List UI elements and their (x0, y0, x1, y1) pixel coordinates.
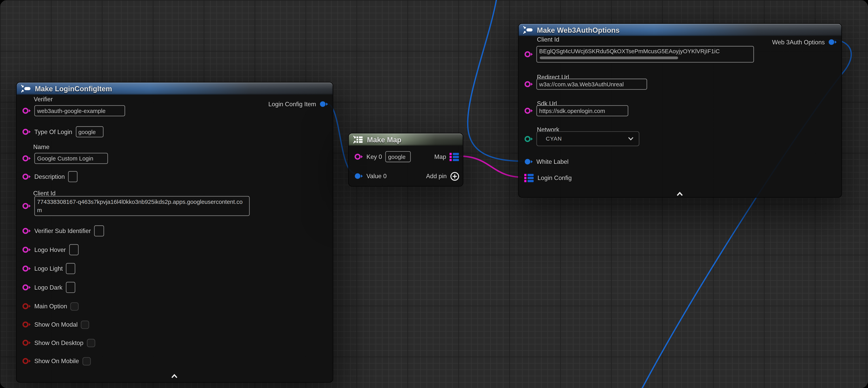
collapse-node-button[interactable] (676, 189, 684, 199)
pin-string-icon[interactable] (22, 128, 31, 135)
logo-dark-input[interactable] (66, 282, 75, 293)
blueprint-canvas[interactable]: Make LoginConfigItem Login Config Item V… (0, 0, 868, 388)
show-on-desktop-checkbox[interactable] (87, 338, 95, 347)
pin-enum-icon[interactable] (524, 136, 533, 142)
description-input[interactable] (68, 171, 78, 182)
pin-output-struct-icon[interactable] (319, 101, 328, 108)
add-pin-label: Add pin (426, 173, 447, 179)
pin-row-logo-dark: Logo Dark (22, 281, 75, 294)
pin-bool-icon[interactable] (22, 339, 31, 346)
node-header-make-web3authoptions[interactable]: Make Web3AuthOptions (519, 24, 841, 36)
client-id-input[interactable]: BEglQSgt4cUWcj6SKRdu5QkOXTsePmMcusG5EAoy… (536, 46, 754, 62)
pin-string-icon[interactable] (22, 228, 31, 234)
wire-offscreen-to-whitelabel[interactable] (468, 0, 523, 161)
network-dropdown[interactable]: CYAN (536, 131, 639, 146)
pin-string-icon[interactable] (22, 265, 31, 272)
node-make-loginconfigitem: Make LoginConfigItem Login Config Item V… (16, 82, 333, 383)
key-0-input[interactable] (385, 151, 411, 162)
pin-row-web3auth-options-output: Web 3Auth Options (772, 36, 837, 48)
pin-label: Verifier Sub Identifier (34, 228, 91, 234)
pin-row-network: CYAN (524, 131, 639, 146)
pin-label: Logo Hover (34, 246, 66, 253)
pin-output-struct-icon[interactable] (828, 39, 837, 46)
pin-label: Logo Light (34, 265, 63, 272)
collapse-node-button[interactable] (170, 371, 178, 381)
type-of-login-input[interactable] (75, 126, 103, 137)
pin-label: Value 0 (366, 173, 387, 179)
pin-label: Web 3Auth Options (772, 39, 825, 46)
pin-string-icon[interactable] (354, 153, 363, 160)
pin-row-type-of-login: Type Of Login (22, 126, 103, 138)
pin-row-show-on-modal: Show On Modal (22, 319, 89, 330)
verifier-input[interactable] (34, 105, 125, 116)
main-option-checkbox[interactable] (70, 302, 79, 310)
node-title: Make Web3AuthOptions (537, 26, 619, 34)
pin-bool-icon[interactable] (22, 321, 31, 328)
pin-label-name: Name (33, 143, 50, 150)
pin-string-icon[interactable] (22, 246, 31, 253)
pin-row-map-output: Map (434, 151, 460, 163)
client-id-scrollbar[interactable] (540, 56, 678, 59)
node-header-make-map[interactable]: Make Map (349, 133, 463, 146)
pin-label: Login Config Item (269, 101, 316, 108)
pin-string-icon[interactable] (22, 155, 31, 162)
pin-label: White Label (536, 158, 569, 165)
make-struct-icon (523, 26, 533, 34)
node-title: Make Map (367, 136, 401, 144)
pin-row-main-option: Main Option (22, 301, 79, 312)
pin-string-icon[interactable] (22, 173, 31, 180)
pin-label: Main Option (34, 303, 67, 309)
verifier-sub-identifier-input[interactable] (94, 225, 104, 236)
pin-label-verifier: Verifier (34, 96, 53, 102)
client-id-input[interactable]: 774338308167-q463s7kpvja16l4l0kko3nb925i… (34, 196, 250, 216)
network-selected-value: CYAN (546, 136, 562, 142)
make-map-icon (352, 136, 363, 143)
pin-label: Show On Desktop (34, 339, 83, 346)
redirect-url-input[interactable] (536, 79, 647, 90)
pin-label: Map (434, 153, 446, 160)
logo-light-input[interactable] (66, 263, 75, 274)
node-make-web3authoptions: Make Web3AuthOptions Web 3Auth Options C… (518, 23, 842, 198)
pin-label: Description (34, 173, 65, 180)
pin-row-client-id: 774338308167-q463s7kpvja16l4l0kko3nb925i… (22, 195, 250, 217)
pin-row-show-on-mobile: Show On Mobile (22, 355, 90, 366)
pin-string-icon[interactable] (22, 284, 31, 291)
name-input[interactable] (34, 153, 108, 164)
pin-map-icon[interactable] (450, 153, 460, 161)
pin-string-icon[interactable] (22, 203, 31, 209)
show-on-modal-checkbox[interactable] (81, 320, 89, 329)
pin-row-logo-hover: Logo Hover (22, 244, 79, 256)
chevron-up-icon (170, 374, 178, 379)
pin-row-redirect-url (524, 78, 647, 91)
wire-map-to-loginconfig[interactable] (459, 156, 523, 177)
pin-label: Show On Modal (34, 321, 78, 328)
pin-object-icon[interactable] (354, 173, 363, 179)
pin-row-white-label: White Label (524, 155, 569, 168)
pin-row-verifier (22, 103, 125, 118)
pin-row-description: Description (22, 171, 78, 183)
pin-bool-icon[interactable] (22, 358, 31, 364)
pin-row-client-id: BEglQSgt4cUWcj6SKRdu5QkOXTsePmMcusG5EAoy… (524, 45, 754, 63)
sdk-url-input[interactable] (536, 105, 628, 116)
pin-string-icon[interactable] (524, 108, 533, 114)
pin-label: Show On Mobile (34, 358, 79, 364)
pin-row-name (22, 151, 108, 166)
pin-row-show-on-desktop: Show On Desktop (22, 337, 95, 348)
pin-row-logo-light: Logo Light (22, 262, 75, 275)
pin-bool-icon[interactable] (22, 303, 31, 309)
pin-row-verifier-sub-identifier: Verifier Sub Identifier (22, 225, 104, 237)
pin-label-client-id: Client Id (537, 36, 559, 43)
node-header-make-loginconfigitem[interactable]: Make LoginConfigItem (17, 82, 333, 95)
chevron-down-icon (628, 137, 634, 141)
logo-hover-input[interactable] (69, 244, 79, 255)
chevron-up-icon (676, 191, 684, 197)
pin-row-value-0: Value 0 (354, 170, 387, 182)
pin-string-icon[interactable] (524, 51, 533, 58)
show-on-mobile-checkbox[interactable] (82, 357, 91, 365)
pin-string-icon[interactable] (22, 108, 31, 114)
add-pin-button[interactable]: Add pin (426, 170, 459, 182)
pin-object-icon[interactable] (524, 158, 533, 165)
pin-label: Login Config (537, 175, 572, 181)
pin-map-icon[interactable] (524, 174, 534, 182)
pin-string-icon[interactable] (524, 81, 533, 88)
